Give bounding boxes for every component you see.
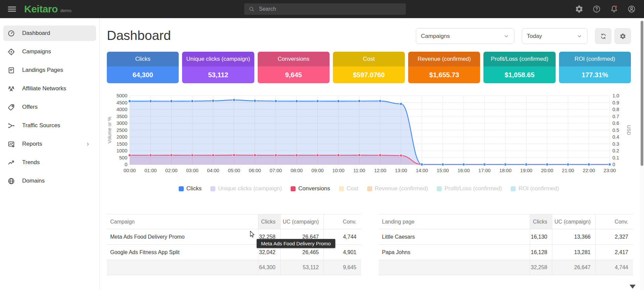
svg-text:0.4: 0.4	[612, 134, 619, 140]
svg-text:19:00: 19:00	[520, 168, 532, 173]
traffic-chart-svg: 0500100015002000250030003500400045005000…	[106, 93, 631, 179]
legend-swatch	[511, 186, 516, 191]
column-header[interactable]: UC (campaign)	[280, 214, 324, 229]
stat-cards: Clicks 64,300Unique clicks (campaign) 53…	[107, 52, 631, 83]
sidebar-item-dashboard[interactable]: Dashboard	[3, 26, 96, 41]
sidebar-item-landings-pages[interactable]: Landings Pages	[3, 62, 96, 78]
svg-text:03:00: 03:00	[186, 168, 198, 173]
table-header-row: Landing pageClicksUC (campaign)Conv.	[379, 214, 633, 229]
table-totals-row: 64,30053,1129,645	[107, 260, 361, 275]
legend-item-profit-loss-confirmed[interactable]: Profit/Loss (confirmed)	[437, 185, 502, 192]
reports-icon	[7, 140, 15, 148]
svg-text:1.0: 1.0	[612, 93, 619, 98]
scroll-down-indicator[interactable]	[630, 285, 636, 289]
scrollbar-thumb[interactable]	[641, 21, 643, 166]
column-header[interactable]: UC (campaign)	[552, 214, 595, 229]
column-header[interactable]: Campaign	[107, 214, 258, 229]
svg-text:09:00: 09:00	[311, 168, 324, 173]
svg-text:12:00: 12:00	[374, 168, 386, 173]
sidebar-item-label: Domains	[22, 178, 45, 184]
stat-card-cost[interactable]: Cost $597.0760	[333, 52, 405, 83]
landing-pages-icon	[7, 66, 15, 74]
svg-text:18:00: 18:00	[499, 168, 511, 173]
svg-text:08:00: 08:00	[291, 168, 303, 173]
topbar-actions	[575, 0, 636, 18]
legend-item-clicks[interactable]: Clicks	[179, 185, 202, 192]
hamburger-menu-icon[interactable]	[7, 4, 17, 14]
sidebar-item-trends[interactable]: Trends	[3, 155, 96, 170]
table-row[interactable]: Little Caesars16,13013,3662,327	[379, 229, 633, 245]
stat-card-roi-confirmed[interactable]: ROI (confirmed) 177.31%	[559, 52, 631, 83]
stat-card-clicks[interactable]: Clicks 64,300	[107, 52, 179, 83]
total-value: 53,112	[280, 260, 324, 275]
svg-text:20:00: 20:00	[541, 168, 553, 173]
svg-text:0.7: 0.7	[612, 114, 619, 119]
stat-card-value: $1,058.65	[483, 66, 555, 83]
legend-item-conversions[interactable]: Conversions	[291, 185, 330, 192]
svg-text:0.2: 0.2	[612, 148, 619, 153]
legend-item-revenue-confirmed[interactable]: Revenue (confirmed)	[367, 185, 428, 192]
campaigns-icon	[7, 48, 15, 56]
sidebar-item-campaigns[interactable]: Campaigns	[3, 44, 96, 59]
table-row[interactable]: Papa Johns16,12813,2812,417	[379, 245, 633, 260]
row-value: 13,366	[552, 229, 595, 244]
stat-card-profit-loss-confirmed[interactable]: Profit/Loss (confirmed) $1,058.65	[483, 52, 555, 83]
svg-text:15:00: 15:00	[437, 168, 449, 173]
row-name[interactable]: Google Ads Fitness App Split	[107, 245, 258, 260]
stat-card-conversions[interactable]: Conversions 9,645	[258, 52, 330, 83]
legend-label: Conversions	[298, 185, 330, 192]
legend-item-cost[interactable]: Cost	[339, 185, 358, 192]
column-header[interactable]: Conv.	[324, 214, 361, 229]
stat-card-value: 9,645	[258, 66, 330, 83]
svg-text:4000: 4000	[117, 107, 127, 112]
legend-label: Revenue (confirmed)	[375, 185, 428, 192]
date-range-dropdown[interactable]: Today	[522, 28, 588, 44]
brand-suffix: demo	[60, 5, 72, 13]
stat-card-value: $597.0760	[333, 66, 405, 83]
legend-item-roi-confirmed[interactable]: ROI (confirmed)	[511, 185, 559, 192]
legend-label: Unique clicks (campaign)	[218, 185, 282, 192]
help-icon[interactable]	[592, 5, 601, 13]
column-header[interactable]: Landing page	[379, 214, 530, 229]
svg-text:0.1: 0.1	[612, 155, 619, 160]
dashboard-settings-button[interactable]	[614, 28, 631, 44]
svg-text:2000: 2000	[117, 134, 127, 140]
brand-logo[interactable]: Keitaro	[24, 3, 58, 15]
stat-card-revenue-confirmed[interactable]: Revenue (confirmed) $1,655.73	[408, 52, 480, 83]
search-input[interactable]	[259, 6, 387, 12]
svg-text:10:00: 10:00	[332, 168, 344, 173]
sidebar-item-reports[interactable]: Reports	[3, 136, 96, 152]
traffic-chart[interactable]: 0500100015002000250030003500400045005000…	[106, 93, 631, 179]
svg-text:07:00: 07:00	[270, 168, 282, 173]
row-name[interactable]: Papa Johns	[379, 245, 530, 260]
legend-item-unique-clicks-campaign[interactable]: Unique clicks (campaign)	[210, 185, 282, 192]
dashboard-icon	[7, 30, 15, 37]
svg-text:4500: 4500	[117, 100, 127, 105]
svg-text:13:00: 13:00	[395, 168, 407, 173]
date-range-value: Today	[527, 33, 542, 40]
sidebar-item-traffic-sources[interactable]: Traffic Sources	[3, 118, 96, 133]
svg-text:0: 0	[125, 162, 127, 167]
page-scrollbar[interactable]	[640, 18, 644, 290]
search-bar[interactable]	[244, 3, 406, 15]
bell-icon[interactable]	[610, 5, 618, 13]
sidebar-item-domains[interactable]: Domains	[3, 173, 96, 189]
svg-text:01:00: 01:00	[144, 168, 157, 173]
column-header[interactable]: Clicks	[258, 214, 280, 229]
row-name[interactable]: Meta Ads Food Delivery Promo	[107, 229, 258, 244]
row-name[interactable]: Little Caesars	[379, 229, 530, 244]
sidebar-item-label: Affiliate Networks	[22, 85, 66, 92]
svg-text:21:00: 21:00	[562, 168, 574, 173]
search-icon	[248, 6, 255, 12]
campaigns-filter-dropdown[interactable]: Campaigns	[416, 28, 514, 44]
column-header[interactable]: Conv.	[595, 214, 633, 229]
sidebar-item-offers[interactable]: Offers	[3, 99, 96, 115]
gear-icon[interactable]	[575, 5, 584, 13]
stat-card-unique-clicks-campaign[interactable]: Unique clicks (campaign) 53,112	[182, 52, 254, 83]
refresh-button[interactable]	[595, 28, 611, 44]
chevron-down-icon	[576, 33, 583, 39]
sidebar-item-affiliate-networks[interactable]: Affiliate Networks	[3, 81, 96, 96]
user-icon[interactable]	[627, 5, 636, 13]
column-header[interactable]: Clicks	[530, 214, 552, 229]
total-value: 32,258	[530, 260, 552, 275]
